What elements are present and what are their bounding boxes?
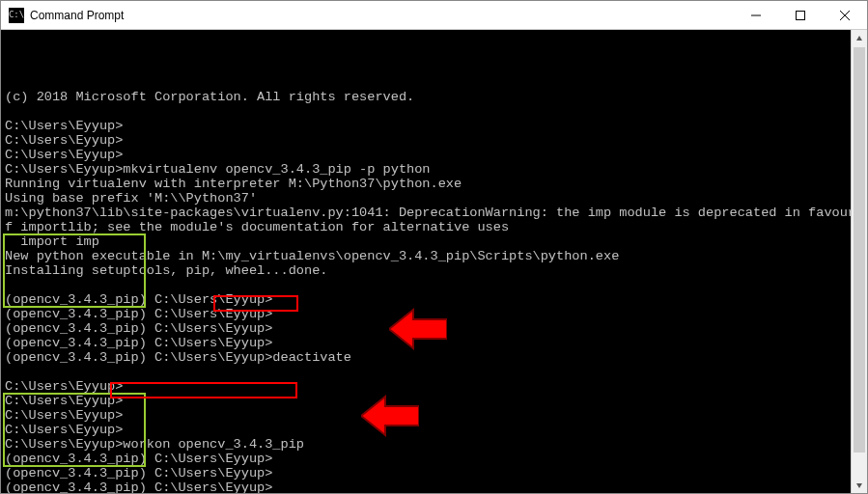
- cmd-icon: C:\: [9, 8, 24, 23]
- terminal-line: C:\Users\Eyyup>: [5, 394, 847, 408]
- terminal-line: Running virtualenv with interpreter M:\P…: [5, 177, 847, 191]
- terminal-line: [5, 104, 847, 119]
- terminal-line: (opencv_3.4.3_pip) C:\Users\Eyyup>: [5, 452, 847, 466]
- terminal-line: (opencv_3.4.3_pip) C:\Users\Eyyup>: [5, 466, 847, 480]
- terminal-line: (opencv_3.4.3_pip) C:\Users\Eyyup>deacti…: [5, 350, 847, 365]
- terminal-line: Installing setuptools, pip, wheel...done…: [5, 263, 847, 278]
- scroll-down-arrow-icon[interactable]: [852, 477, 867, 493]
- terminal-line: C:\Users\Eyyup>: [5, 423, 847, 437]
- window-titlebar: C:\ Command Prompt: [1, 1, 867, 30]
- terminal-line: C:\Users\Eyyup>: [5, 119, 847, 133]
- scroll-thumb[interactable]: [854, 47, 865, 453]
- terminal-line: m:\python37\lib\site-packages\virtualenv…: [5, 206, 847, 220]
- minimize-button[interactable]: [734, 1, 778, 30]
- terminal-line: C:\Users\Eyyup>: [5, 133, 847, 148]
- terminal-line: C:\Users\Eyyup>: [5, 148, 847, 162]
- terminal-line: (opencv_3.4.3_pip) C:\Users\Eyyup>: [5, 480, 847, 493]
- terminal-line: [5, 278, 847, 292]
- terminal-line: (opencv_3.4.3_pip) C:\Users\Eyyup>: [5, 336, 847, 350]
- terminal-line: (opencv_3.4.3_pip) C:\Users\Eyyup>: [5, 321, 847, 336]
- terminal-line: Using base prefix 'M:\\Python37': [5, 191, 847, 206]
- terminal-line: (c) 2018 Microsoft Corporation. All righ…: [5, 90, 847, 104]
- window-title: Command Prompt: [30, 9, 124, 22]
- svg-marker-7: [856, 483, 862, 488]
- vertical-scrollbar[interactable]: [851, 30, 867, 493]
- maximize-button[interactable]: [778, 1, 823, 30]
- terminal-output[interactable]: (c) 2018 Microsoft Corporation. All righ…: [1, 30, 851, 493]
- terminal-line: New python executable in M:\my_virtualen…: [5, 249, 847, 263]
- terminal-line: (opencv_3.4.3_pip) C:\Users\Eyyup>: [5, 292, 847, 307]
- terminal-line: C:\Users\Eyyup>workon opencv_3.4.3_pip: [5, 437, 847, 452]
- terminal-line: C:\Users\Eyyup>: [5, 408, 847, 423]
- terminal-line: C:\Users\Eyyup>: [5, 379, 847, 394]
- terminal-line: C:\Users\Eyyup>mkvirtualenv opencv_3.4.3…: [5, 162, 847, 177]
- scroll-up-arrow-icon[interactable]: [852, 30, 867, 46]
- terminal-line: f importlib; see the module's documentat…: [5, 220, 847, 234]
- svg-marker-6: [856, 36, 862, 41]
- terminal-line: [5, 365, 847, 379]
- terminal-line: import imp: [5, 234, 847, 249]
- close-button[interactable]: [823, 1, 867, 30]
- terminal-line: (opencv_3.4.3_pip) C:\Users\Eyyup>: [5, 307, 847, 321]
- svg-rect-1: [797, 11, 805, 19]
